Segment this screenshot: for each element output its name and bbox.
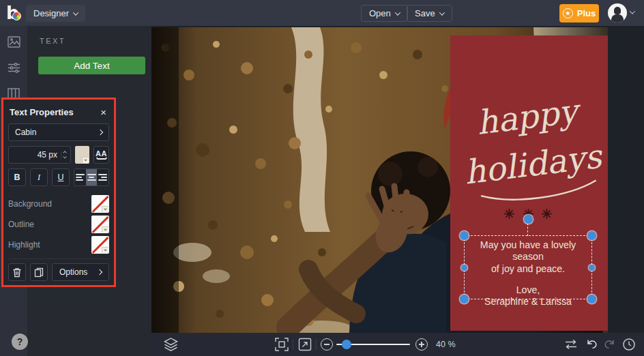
- font-size-stepper[interactable]: [61, 151, 68, 159]
- open-preview-icon: [298, 338, 312, 351]
- avatar[interactable]: [608, 3, 627, 23]
- outline-color-swatch[interactable]: [91, 216, 109, 233]
- highlight-label: Highlight: [8, 240, 40, 250]
- text-properties-title: Text Properties: [10, 107, 74, 117]
- chevron-right-icon: [97, 269, 102, 275]
- font-family-select[interactable]: Cabin: [8, 123, 109, 141]
- top-bar: b Designer Open Save ★ Plus: [0, 0, 644, 26]
- canvas-photo-layer[interactable]: happy holidays: [151, 27, 608, 333]
- fit-to-screen-button[interactable]: [275, 338, 289, 351]
- compare-button[interactable]: [564, 338, 578, 351]
- delete-button[interactable]: [8, 263, 26, 281]
- resize-handle-top-right[interactable]: [587, 231, 596, 240]
- divider: [316, 339, 317, 350]
- align-center-icon: [87, 174, 96, 181]
- options-label: Options: [59, 267, 87, 277]
- save-menu-label: Save: [415, 8, 435, 18]
- card-script-title: happy holidays: [450, 68, 608, 208]
- undo-button[interactable]: [585, 338, 598, 351]
- alignment-group: [74, 168, 109, 186]
- image-icon: [8, 36, 20, 48]
- font-color-swatch[interactable]: [75, 146, 89, 164]
- star-icon: ★: [563, 8, 573, 18]
- layers-button[interactable]: [164, 338, 178, 351]
- resize-handle-bottom-left[interactable]: [460, 295, 469, 303]
- sidebar-tab-adjust[interactable]: [0, 57, 27, 78]
- resize-handle-top-left[interactable]: [460, 231, 469, 240]
- sliders-icon: [8, 62, 20, 74]
- align-right-icon: [98, 174, 107, 181]
- resize-handle-left[interactable]: [461, 265, 467, 271]
- align-right-button[interactable]: [97, 169, 108, 186]
- swatch-dropdown-corner[interactable]: [102, 247, 108, 253]
- horizontal-arrow-icon: [98, 158, 106, 160]
- stepper-up-icon[interactable]: [63, 151, 67, 155]
- swatch-dropdown-corner[interactable]: [102, 206, 108, 212]
- zoom-slider[interactable]: [336, 344, 410, 345]
- zoom-out-button[interactable]: [321, 338, 333, 351]
- zoom-in-button[interactable]: [415, 338, 428, 351]
- chevron-right-icon: [98, 130, 103, 135]
- trash-icon: [12, 267, 22, 278]
- card-title-line1: happy: [475, 91, 585, 141]
- letter-spacing-button[interactable]: AA: [93, 146, 109, 164]
- duplicate-icon: [34, 267, 44, 278]
- zoom-slider-knob[interactable]: [342, 340, 351, 349]
- background-label: Background: [8, 199, 52, 209]
- canvas-workspace: happy holidays: [151, 26, 644, 333]
- text-properties-panel: Text Properties × Cabin 45 px AA: [1, 98, 116, 287]
- snowflake-ornament-icon: [541, 208, 553, 220]
- resize-handle-right[interactable]: [589, 265, 595, 271]
- add-text-button[interactable]: Add Text: [38, 57, 145, 74]
- stepper-down-icon[interactable]: [63, 154, 67, 158]
- highlight-row: Highlight: [8, 235, 109, 255]
- save-menu-button[interactable]: Save: [407, 5, 452, 22]
- options-button[interactable]: Options: [52, 263, 109, 281]
- minus-icon: [321, 338, 333, 351]
- chevron-down-icon: [73, 10, 78, 15]
- chevron-down-icon[interactable]: [630, 8, 635, 14]
- underline-button[interactable]: U: [52, 168, 70, 186]
- help-button[interactable]: ?: [12, 333, 28, 350]
- redo-button[interactable]: [603, 338, 616, 351]
- swatch-dropdown-corner[interactable]: [82, 157, 89, 163]
- plus-label: Plus: [577, 8, 596, 18]
- history-button[interactable]: [622, 338, 636, 351]
- designer-menu-button[interactable]: Designer: [26, 5, 85, 22]
- resize-handle-bottom-right[interactable]: [587, 295, 596, 303]
- rotate-handle[interactable]: [524, 215, 533, 224]
- swatch-dropdown-corner[interactable]: [102, 226, 108, 233]
- close-icon[interactable]: ×: [99, 107, 108, 117]
- sidebar-tab-image[interactable]: [0, 31, 27, 52]
- bottom-toolbar: 40 %: [151, 333, 644, 356]
- font-size-input[interactable]: 45 px: [8, 146, 71, 164]
- compare-arrows-icon: [564, 338, 578, 351]
- card-title-line2: holidays: [463, 136, 605, 191]
- background-row: Background: [8, 194, 109, 214]
- outline-label: Outline: [8, 220, 34, 229]
- italic-button[interactable]: I: [30, 168, 48, 186]
- open-menu-button[interactable]: Open: [361, 5, 408, 22]
- font-family-value: Cabin: [15, 128, 36, 137]
- align-left-button[interactable]: [74, 169, 86, 186]
- chevron-down-icon: [439, 10, 444, 15]
- card-panel: happy holidays: [450, 35, 608, 331]
- plus-upgrade-button[interactable]: ★ Plus: [559, 4, 599, 23]
- outline-row: Outline: [8, 214, 109, 235]
- bold-button[interactable]: B: [8, 168, 26, 186]
- letter-spacing-label: AA: [96, 150, 107, 158]
- chevron-down-icon: [395, 10, 400, 15]
- fullscreen-preview-button[interactable]: [298, 338, 312, 351]
- panel-header: TEXT: [40, 37, 65, 45]
- duplicate-button[interactable]: [30, 263, 48, 281]
- fit-screen-icon: [275, 338, 289, 351]
- redo-icon: [603, 338, 616, 351]
- background-color-swatch[interactable]: [91, 195, 109, 213]
- divider: [293, 339, 293, 350]
- open-menu-label: Open: [369, 8, 391, 18]
- font-size-value: 45 px: [38, 150, 61, 160]
- highlight-color-swatch[interactable]: [91, 236, 109, 254]
- befunky-logo-icon: b: [6, 3, 25, 23]
- align-center-button[interactable]: [86, 169, 98, 186]
- text-selection-box[interactable]: [464, 235, 592, 299]
